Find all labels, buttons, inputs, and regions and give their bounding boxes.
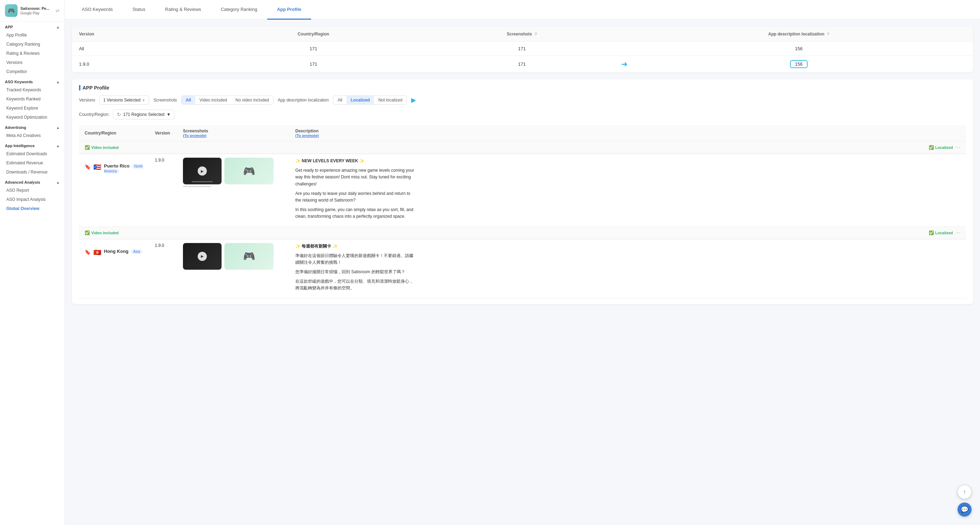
row-localization-190: ➜ 156 xyxy=(625,56,973,73)
tab-app-profile[interactable]: App Profile xyxy=(267,0,311,20)
app-icon: 🎮 xyxy=(5,4,18,17)
check-icon-hk-2: ✅ xyxy=(929,231,934,235)
table-row-hk-data: 🔖 🇭🇰 Hong Kong Asia 1.9.0 xyxy=(79,239,966,298)
section-title-advertising[interactable]: Advertising ▲ xyxy=(5,126,60,130)
versions-label: Versions xyxy=(79,98,95,103)
row-country-190: 171 xyxy=(207,56,419,73)
screenshots-filter-group: All Video included No video included xyxy=(181,95,274,105)
sidebar-item-aso-report[interactable]: ASO Report xyxy=(0,186,65,195)
desc-title-hk: ✨ 每週都有新關卡 ✨ xyxy=(295,244,338,249)
scroll-to-top-button[interactable]: ↑ xyxy=(958,485,972,499)
app-store: Google Play xyxy=(21,11,49,15)
chevron-up-icon-3: ▲ xyxy=(56,126,60,130)
sidebar-item-category-ranking[interactable]: Category Ranking xyxy=(0,40,65,49)
play-button-hk[interactable]: ▶ xyxy=(198,252,207,261)
content-area: Version Country/Region Screenshots ? App… xyxy=(65,20,980,525)
chat-button[interactable]: 💬 xyxy=(958,503,972,517)
screenshot-thumb-hk: 🎮 xyxy=(224,243,274,270)
row-screenshots-190: 171 xyxy=(419,56,625,73)
chevron-up-icon-5: ▲ xyxy=(56,180,60,185)
versions-dropdown[interactable]: 1 Versions Selected ▼ xyxy=(99,95,149,105)
sidebar-item-tracked-keywords[interactable]: Tracked Keywords xyxy=(0,85,65,94)
check-icon: ✅ xyxy=(84,145,90,150)
sidebar-item-keywords-ranked[interactable]: Keywords Ranked xyxy=(0,94,65,103)
sidebar-item-versions[interactable]: Versions xyxy=(0,58,65,67)
sidebar-section-advertising: Advertising ▲ xyxy=(0,122,65,131)
help-icon-screenshots[interactable]: ? xyxy=(535,32,537,36)
bookmark-icon[interactable]: 🔖 xyxy=(84,164,91,170)
th-country: Country/Region xyxy=(207,27,419,42)
th-version: Version xyxy=(72,27,207,42)
row-localization-all: 156 xyxy=(625,42,973,56)
main-content: ASO Keywords Status Rating & Reviews Cat… xyxy=(65,0,980,525)
version-cell-pr: 1.9.0 xyxy=(149,154,177,227)
section-title-app[interactable]: APP ▲ xyxy=(5,25,60,29)
localization-highlight: 156 xyxy=(790,60,808,68)
desc-p3-pr: In this soothing game, you can simply re… xyxy=(295,207,415,220)
tab-category-ranking[interactable]: Category Ranking xyxy=(211,0,267,20)
more-options-btn-pr[interactable]: ··· xyxy=(956,144,960,151)
forward-button[interactable]: ▶ xyxy=(411,96,416,104)
sidebar-item-downloads-revenue[interactable]: Downloads / Revenue xyxy=(0,167,65,177)
sidebar-item-keyword-optimization[interactable]: Keyword Optimization xyxy=(0,113,65,122)
sidebar-item-meta-ad[interactable]: Meta Ad Creatives xyxy=(0,131,65,140)
sidebar-item-rating-reviews[interactable]: Rating & Reviews xyxy=(0,49,65,58)
tab-aso-keywords[interactable]: ASO Keywords xyxy=(72,0,123,20)
tab-rating-reviews[interactable]: Rating & Reviews xyxy=(155,0,211,20)
section-title-app-intelligence[interactable]: App Intelligence ▲ xyxy=(5,144,60,148)
sidebar-section-app: APP ▲ xyxy=(0,21,65,30)
desc-p3-hk: 在這款舒緩的遊戲中，您可以在分類、填充和清潔時放鬆身心，將混亂轉變為井井有條的空… xyxy=(295,278,415,291)
localized-badge-hk: ✅ Localized xyxy=(929,231,953,235)
help-icon-localization[interactable]: ? xyxy=(827,32,829,36)
sidebar-item-competitor[interactable]: Competitor xyxy=(0,67,65,76)
localization-localized-btn[interactable]: Localized xyxy=(347,96,374,104)
sidebar-item-estimated-revenue[interactable]: Estimated Revenue xyxy=(0,158,65,167)
screenshots-video-btn[interactable]: Video included xyxy=(195,96,231,104)
floating-buttons: ↑ 💬 xyxy=(958,485,972,517)
country-cell-pr: 🔖 🇵🇷 Puerto Rico North America xyxy=(79,154,149,227)
localization-all-btn[interactable]: All xyxy=(333,96,346,104)
tab-status[interactable]: Status xyxy=(123,0,155,20)
localization-label: App description localization xyxy=(278,98,329,103)
sidebar-item-global-overview[interactable]: Global Overview xyxy=(0,204,65,213)
section-title-aso[interactable]: ASO Keywords ▲ xyxy=(5,80,60,84)
th-screenshots-col: Screenshots (To promote) xyxy=(177,125,290,142)
bookmark-icon-hk[interactable]: 🔖 xyxy=(84,249,91,255)
localization-notlocalized-btn[interactable]: Not localized xyxy=(374,96,407,104)
desc-p2-hk: 您準備好拋開日常煩惱，回到 Satisroom 的輕鬆世界了嗎？ xyxy=(295,269,415,275)
video-included-badge: ✅ Video included xyxy=(84,145,119,150)
screenshots-promote-link[interactable]: (To promote) xyxy=(183,134,284,138)
video-included-badge-hk: ✅ Video included xyxy=(84,231,119,235)
sidebar-item-aso-impact[interactable]: ASO Impact Analysis xyxy=(0,195,65,204)
sidebar-item-keyword-explore[interactable]: Keyword Explore xyxy=(0,103,65,113)
section-title-advanced[interactable]: Advanced Analysis ▲ xyxy=(5,180,60,185)
chevron-up-icon-4: ▲ xyxy=(56,144,60,148)
table-row-hk-status: ✅ Video included ✅ Localized ··· xyxy=(79,226,966,239)
description-promote-link[interactable]: (To promote) xyxy=(295,134,960,138)
th-version-col: Version xyxy=(149,125,177,142)
sidebar-item-app-profile[interactable]: App Profile xyxy=(0,30,65,40)
description-cell-hk: ✨ 每週都有新關卡 ✨ 準備好在這個節日體驗令人驚嘆的新遊戲關卡！不要錯過。請繼… xyxy=(290,239,966,298)
desc-p1-hk: 準備好在這個節日體驗令人驚嘆的新遊戲關卡！不要錯過。請繼續關注令人興奮的挑戰！ xyxy=(295,253,415,266)
screenshot-thumb-pr: 🎮 xyxy=(224,158,274,185)
switch-icon[interactable]: ⇄ xyxy=(56,8,60,13)
app-info: 🎮 Satisroom: Pe... Google Play xyxy=(5,4,49,17)
scroll-indicator xyxy=(183,186,211,187)
screenshots-novideo-btn[interactable]: No video included xyxy=(231,96,273,104)
localized-badge: ✅ Localized xyxy=(929,145,953,150)
app-name: Satisroom: Pe... xyxy=(21,6,49,11)
status-row-hk: ✅ Video included ✅ Localized ··· xyxy=(79,227,966,239)
table-row: All 171 171 156 xyxy=(72,42,973,56)
more-options-btn-hk[interactable]: ··· xyxy=(956,230,960,236)
row-screenshots-all: 171 xyxy=(419,42,625,56)
country-name-hk: Hong Kong xyxy=(104,249,129,254)
th-description-col: Description (To promote) xyxy=(290,125,966,142)
screenshots-all-btn[interactable]: All xyxy=(181,96,195,104)
chevron-up-icon: ▲ xyxy=(56,25,60,29)
arrow-pointer-icon: ➜ xyxy=(621,60,627,69)
play-button[interactable]: ▶ xyxy=(198,167,207,176)
localization-filter-group: All Localized Not localized xyxy=(333,95,407,105)
sidebar-item-estimated-downloads[interactable]: Estimated Downloads xyxy=(0,149,65,158)
region-dropdown[interactable]: ↻ 171 Regions Selected ▼ xyxy=(113,110,175,119)
desc-title-pr: ✨ NEW LEVELS EVERY WEEK ✨ xyxy=(295,158,364,163)
